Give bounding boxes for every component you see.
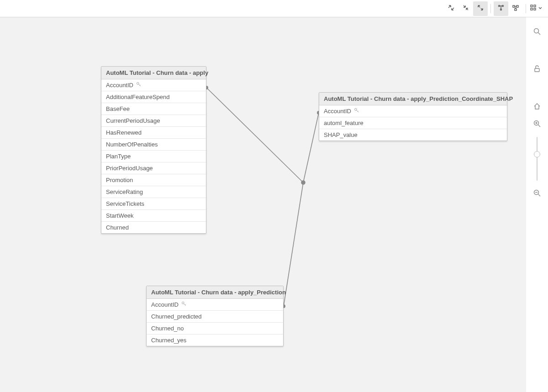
collapse-icon [462,4,469,13]
table-card-prediction[interactable]: AutoML Tutorial - Churn data - apply_Pre… [146,286,284,346]
zoom-out-button[interactable] [531,187,543,200]
field-name: Churned_yes [151,337,186,344]
table-field-row[interactable]: Churned_yes [147,335,283,346]
toolbar-separator [490,4,491,13]
svg-line-10 [206,88,303,183]
collapse-button[interactable] [458,1,473,16]
layout-internal-button[interactable] [494,1,508,16]
toolbar-separator [526,4,526,13]
table-field-row[interactable]: ServiceRating [101,186,206,198]
field-name: Churned [106,224,129,231]
unlock-icon [533,65,541,74]
svg-point-20 [534,28,539,33]
layout-external-icon [512,4,519,13]
field-name: HasRenewed [106,129,142,136]
table-field-row[interactable]: NumberOfPenalties [101,139,206,151]
table-field-row[interactable]: PlanType [101,151,206,162]
svg-line-14 [284,183,303,306]
svg-rect-6 [531,5,532,7]
svg-rect-21 [535,68,539,72]
lock-button[interactable] [531,63,543,76]
field-name: ServiceRating [106,188,143,195]
table-field-row[interactable]: PriorPeriodUsage [101,162,206,174]
layout-internal-icon [497,4,505,13]
zoom-in-icon [533,120,541,129]
field-name: AccountID [106,82,133,89]
svg-rect-4 [516,5,518,7]
svg-rect-3 [513,5,515,7]
table-field-row[interactable]: HasRenewed [101,127,206,139]
toolbar [0,0,548,17]
zoom-out-icon [533,189,541,199]
field-name: automl_feature [324,120,364,126]
table-field-row[interactable]: ServiceTickets [101,198,206,210]
table-field-row[interactable]: CurrentPeriodUsage [101,115,206,127]
svg-rect-9 [534,8,536,10]
svg-point-16 [301,181,305,184]
field-name: PlanType [106,153,131,160]
chevron-down-icon [538,5,543,12]
field-name: SHAP_value [324,131,358,138]
zoom-slider[interactable] [537,137,537,181]
search-icon [533,27,541,37]
svg-rect-7 [534,5,536,7]
home-button[interactable] [531,100,543,113]
field-name: PriorPeriodUsage [106,165,153,172]
table-field-row[interactable]: AccountID [147,299,283,311]
field-name: AccountID [324,108,351,115]
table-field-row[interactable]: AccountID [319,105,507,117]
table-field-row[interactable]: Churned_predicted [147,311,283,323]
table-field-row[interactable]: SHAP_value [319,129,507,141]
field-name: Promotion [106,177,133,183]
grid-icon [530,4,537,13]
table-header[interactable]: AutoML Tutorial - Churn data - apply [101,67,206,79]
key-icon [136,82,142,89]
field-name: ServiceTickets [106,200,144,207]
zoom-slider-knob[interactable] [534,151,540,157]
svg-rect-8 [531,8,532,10]
layout-external-button[interactable] [508,1,523,16]
table-field-row[interactable]: BaseFee [101,103,206,115]
expand-icon [477,4,484,13]
field-name: AccountID [151,301,179,308]
home-icon [533,102,541,112]
search-button[interactable] [531,26,543,38]
collapse-diagonal-icon [448,4,455,13]
table-field-row[interactable]: automl_feature [319,117,507,129]
field-name: Churned_no [151,325,184,332]
table-field-row[interactable]: StartWeek [101,210,206,222]
grid-options-button[interactable] [529,1,543,16]
table-field-row[interactable]: Churned [101,222,206,233]
field-name: CurrentPeriodUsage [106,117,160,124]
field-name: AdditionalFeatureSpend [106,94,170,100]
table-header[interactable]: AutoML Tutorial - Churn data - apply_Pre… [319,93,507,105]
table-field-row[interactable]: AccountID [101,79,206,91]
collapse-diagonal-button[interactable] [444,1,458,16]
svg-rect-5 [515,9,516,10]
right-rail [526,17,548,392]
table-field-row[interactable]: AdditionalFeatureSpend [101,91,206,103]
data-model-canvas[interactable]: AutoML Tutorial - Churn data - apply Acc… [0,17,526,392]
expand-button[interactable] [473,1,488,16]
field-name: NumberOfPenalties [106,141,158,148]
field-name: BaseFee [106,105,130,112]
table-header[interactable]: AutoML Tutorial - Churn data - apply_Pre… [147,286,283,299]
table-card-shap[interactable]: AutoML Tutorial - Churn data - apply_Pre… [319,92,507,141]
key-icon [354,108,359,115]
field-name: StartWeek [106,212,133,219]
table-card-apply[interactable]: AutoML Tutorial - Churn data - apply Acc… [101,66,206,234]
svg-line-12 [303,113,319,183]
field-name: Churned_predicted [151,313,202,320]
table-field-row[interactable]: Churned_no [147,323,283,335]
table-field-row[interactable]: Promotion [101,174,206,186]
key-icon [181,301,187,308]
zoom-in-button[interactable] [531,118,543,131]
